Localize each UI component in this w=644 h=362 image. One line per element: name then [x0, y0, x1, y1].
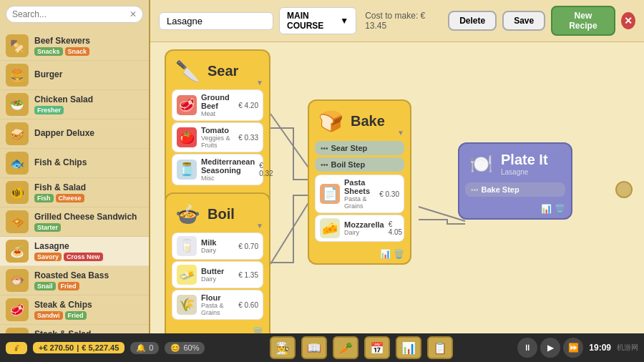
main-content: MAIN COURSE ▼ Cost to make: € 13.45 Dele… [150, 0, 644, 362]
sidebar-item-steak-and-chips[interactable]: 🥩 Steak & Chips SandwiFried [0, 295, 149, 325]
ingredient-row[interactable]: 🫙 Mediterranean Seasoning Misc € 0.32 [172, 154, 263, 185]
ingredient-row[interactable]: 📄 Pasta Sheets Pasta & Grains € 0.30 [315, 175, 404, 213]
sear-node-header: 🔪 Sear ▼ [166, 51, 269, 89]
notification-bubble[interactable]: 🔔 0 [130, 342, 159, 354]
play-button[interactable]: ▶ [540, 338, 560, 358]
ingredient-row[interactable]: 🌾 Flour Pasta & Grains € 0.60 [172, 290, 263, 320]
delete-button[interactable]: Delete [448, 11, 497, 31]
sidebar-item-info: Roasted Sea Bass SnailFried [34, 270, 143, 290]
bake-node-expand[interactable]: ▼ [397, 129, 404, 137]
nav-btn-chef[interactable]: 👨‍🍳 [270, 336, 296, 359]
sidebar-item-fish-and-salad[interactable]: 🐠 Fish & Salad FishCheese [0, 178, 149, 207]
save-button[interactable]: Save [502, 11, 545, 31]
plate-bake-step[interactable]: ••• Bake Step [465, 182, 565, 197]
nav-btn-stats[interactable]: 📊 [396, 336, 421, 359]
sidebar-thumb: 🧇 [6, 210, 29, 233]
sear-node-icon: 🔪 [173, 57, 202, 85]
ingredient-name: Milk [201, 238, 234, 247]
media-controls: ⏸ ▶ ⏩ [517, 338, 583, 358]
sear-node-ingredients: 🥩 Ground Beef Meat € 4.20 🍅 Tomato Veggi… [166, 89, 269, 191]
fast-forward-button[interactable]: ⏩ [563, 338, 583, 358]
ingredient-row[interactable]: 🥛 Milk Dairy € 0.70 [172, 233, 263, 260]
ingredient-price: € 1.35 [238, 271, 258, 279]
sidebar-item-chicken-salad[interactable]: 🥗 Chicken Salad Fresher [0, 90, 149, 119]
sidebar-item-name: Steak & Chips [34, 300, 143, 310]
money-display: +€ 270.50 | € 5,227.45 [33, 342, 125, 353]
ingredient-category: Pasta & Grains [344, 195, 375, 210]
sidebar-item-tags: FishCheese [34, 194, 143, 202]
bake-sear-step[interactable]: ••• Sear Step [315, 141, 404, 155]
bake-boil-step-label: Boil Step [331, 160, 366, 169]
new-recipe-button[interactable]: New Recipe [551, 6, 615, 36]
sear-node-expand[interactable]: ▼ [256, 79, 263, 87]
bake-footer-icon-1[interactable]: 📊 [380, 249, 391, 259]
plate-footer-icon-2[interactable]: 🗑️ [555, 204, 565, 214]
ingredient-price: € 0.30 [379, 190, 399, 198]
ingredient-category: Pasta & Grains [201, 302, 234, 316]
boil-node-ingredients: 🥛 Milk Dairy € 0.70 🧈 Butter Dairy € 1.3… [166, 233, 269, 326]
boil-node-expand[interactable]: ▼ [256, 222, 263, 230]
sidebar-item-info: Lasagne SavoryCross New [34, 241, 143, 261]
close-button[interactable]: ✕ [621, 12, 635, 29]
ingredient-info: Mediterranean Seasoning Misc [201, 157, 255, 182]
nav-btn-extra[interactable]: 📋 [427, 336, 453, 359]
bake-boil-step[interactable]: ••• Boil Step [315, 157, 404, 172]
ingredient-info: Tomato Veggies & Fruits [201, 126, 234, 149]
sidebar: ✕ 🍢 Beef Skewers SnacksSnack 🍔 Burger 🥗 [0, 0, 150, 362]
sidebar-item-info: Burger [34, 69, 143, 81]
sidebar-item-info: Grilled Cheese Sandwich Starter [34, 212, 143, 232]
search-bar: ✕ [6, 6, 143, 23]
ingredient-row[interactable]: 🧈 Butter Dairy € 1.35 [172, 261, 263, 288]
boil-node-header: 🍲 Boil ▼ [166, 194, 269, 233]
tag-badge: Cross New [64, 253, 103, 261]
sear-node-title: Sear [208, 63, 238, 79]
ingredient-price: € 0.60 [238, 301, 258, 309]
sidebar-item-fish-and-chips[interactable]: 🐟 Fish & Chips [0, 149, 149, 178]
plate-node-footer: 📊 🗑️ [459, 202, 571, 218]
sidebar-item-tags: Starter [34, 223, 143, 232]
sidebar-thumb: 🍢 [6, 34, 29, 57]
ingredient-row[interactable]: 🥩 Ground Beef Meat € 4.20 [172, 89, 263, 121]
bake-footer-icon-2[interactable]: 🗑️ [394, 249, 404, 259]
sidebar-item-name: Fish & Salad [34, 182, 143, 192]
sidebar-thumb: 🐟 [6, 152, 29, 175]
chevron-down-icon: ▼ [340, 16, 348, 26]
sidebar-item-roasted-sea-bass[interactable]: 🐡 Roasted Sea Bass SnailFried [0, 266, 149, 295]
step-dots-2: ••• [321, 161, 328, 169]
bake-node-footer: 📊 🗑️ [309, 248, 410, 263]
plate-footer-icon-1[interactable]: 📊 [541, 204, 552, 214]
ingredient-info: Ground Beef Meat [201, 93, 234, 117]
ingredient-icon: 🫙 [177, 160, 197, 180]
recipe-name-input[interactable] [159, 12, 273, 30]
ingredient-name: Flour [201, 293, 234, 302]
sidebar-item-name: Chicken Salad [34, 94, 143, 104]
step-dots-1: ••• [321, 145, 328, 152]
ingredient-icon: 🥛 [177, 236, 197, 256]
ingredient-row[interactable]: 🍅 Tomato Veggies & Fruits € 0.33 [172, 122, 263, 152]
course-selector[interactable]: MAIN COURSE ▼ [279, 7, 356, 34]
sidebar-item-beef-skewers[interactable]: 🍢 Beef Skewers SnacksSnack [0, 31, 149, 61]
ingredient-row[interactable]: 🧀 Mozzarella Dairy € 4.05 [315, 215, 404, 242]
nav-btn-book[interactable]: 📖 [301, 336, 327, 359]
nav-btn-carrot[interactable]: 🥕 [333, 336, 358, 359]
plate-node-title: Plate It [501, 152, 548, 168]
ingredient-price: € 0.33 [238, 134, 258, 142]
sidebar-item-tags: SnailFried [34, 282, 143, 290]
ingredient-category: Dairy [344, 229, 384, 236]
sidebar-item-lasagne[interactable]: 🍝 Lasagne SavoryCross New [0, 237, 149, 266]
money-change: +€ 270.50 [39, 343, 74, 352]
time-display: 19:09 [589, 343, 611, 353]
sidebar-item-burger[interactable]: 🍔 Burger [0, 61, 149, 90]
ingredient-name: Pasta Sheets [344, 178, 375, 195]
sidebar-item-name: Burger [34, 69, 143, 79]
sidebar-item-dapper-deluxe[interactable]: 🥪 Dapper Deluxe [0, 119, 149, 149]
pause-button[interactable]: ⏸ [517, 338, 537, 358]
sidebar-item-grilled-cheese-sandwich[interactable]: 🧇 Grilled Cheese Sandwich Starter [0, 207, 149, 237]
sidebar-item-name: Fish & Chips [34, 157, 143, 167]
tag-badge: Fried [65, 311, 87, 320]
nav-btn-calendar[interactable]: 📅 [364, 336, 390, 359]
clear-icon[interactable]: ✕ [130, 9, 137, 19]
search-input[interactable] [12, 9, 130, 19]
sidebar-item-info: Steak & Chips SandwiFried [34, 300, 143, 320]
coin-icon: 💰 [11, 343, 21, 353]
